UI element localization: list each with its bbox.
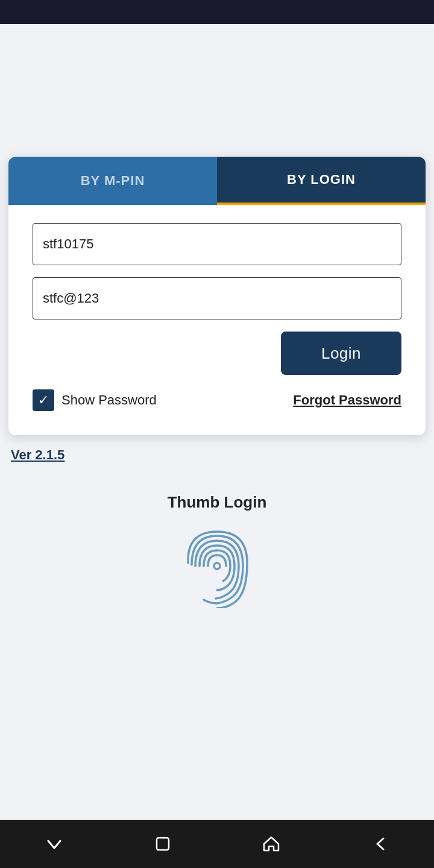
login-card: BY M-PIN BY LOGIN Login ✓ Show Password <box>8 157 426 435</box>
version-label[interactable]: Ver 2.1.5 <box>11 447 64 462</box>
tab-mpin-label: BY M-PIN <box>81 173 145 189</box>
bottom-row: ✓ Show Password Forgot Password <box>33 389 401 411</box>
status-bar <box>0 0 434 24</box>
tab-login[interactable]: BY LOGIN <box>217 157 426 205</box>
tabs: BY M-PIN BY LOGIN <box>8 157 426 205</box>
checkmark-icon: ✓ <box>38 394 49 407</box>
nav-recents-button[interactable] <box>148 829 178 859</box>
form-area: Login ✓ Show Password Forgot Password <box>8 205 426 435</box>
thumb-login-section: Thumb Login <box>168 493 267 608</box>
fingerprint-icon[interactable] <box>175 524 259 608</box>
nav-down-button[interactable] <box>39 829 69 859</box>
nav-back-button[interactable] <box>365 829 395 859</box>
tab-mpin[interactable]: BY M-PIN <box>8 157 217 205</box>
svg-point-0 <box>214 563 220 569</box>
password-input[interactable] <box>33 277 401 319</box>
show-password-checkbox[interactable]: ✓ <box>33 389 54 411</box>
version-container: Ver 2.1.5 <box>8 447 426 463</box>
nav-home-button[interactable] <box>256 829 286 859</box>
main-content: BY M-PIN BY LOGIN Login ✓ Show Password <box>0 24 434 820</box>
thumb-login-label: Thumb Login <box>168 493 267 512</box>
forgot-password-link[interactable]: Forgot Password <box>293 392 401 408</box>
login-button[interactable]: Login <box>281 332 401 375</box>
svg-rect-1 <box>157 838 169 850</box>
show-password-label: Show Password <box>61 392 157 408</box>
nav-bar <box>0 820 434 868</box>
button-row: Login <box>33 332 401 375</box>
show-password-group: ✓ Show Password <box>33 389 157 411</box>
tab-login-label: BY LOGIN <box>287 172 356 187</box>
username-input[interactable] <box>33 223 401 265</box>
